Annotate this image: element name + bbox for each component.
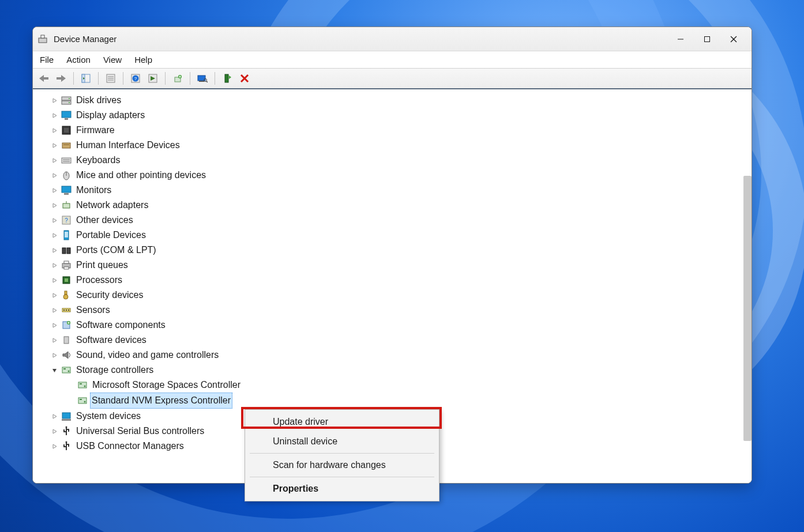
context-menu-item[interactable]: Update driver [246,412,438,432]
show-hide-tree-button[interactable] [78,71,93,86]
chevron-right-icon[interactable] [49,143,59,148]
svg-point-89 [68,371,70,372]
vertical-scrollbar[interactable] [743,176,752,441]
chevron-right-icon[interactable] [49,323,59,328]
tree-item[interactable]: Sound, video and game controllers [49,348,752,363]
help-button[interactable]: ? [128,71,143,86]
chevron-right-icon[interactable] [49,338,59,343]
chevron-right-icon[interactable] [49,98,59,103]
update-driver-button[interactable] [170,71,185,86]
tree-item[interactable]: Print queues [49,258,752,273]
enable-device-button[interactable] [220,71,235,86]
chevron-right-icon[interactable] [49,188,59,193]
svg-rect-53 [63,203,70,208]
tree-item[interactable]: Microsoft Storage Spaces Controller [65,378,752,393]
tree-item-label: Disk drives [76,93,122,108]
tree-item[interactable]: Monitors [49,183,752,198]
context-menu-item[interactable]: Uninstall device [246,432,438,451]
svg-rect-38 [64,128,69,133]
context-menu-item[interactable]: Properties [246,479,438,499]
svg-rect-51 [64,193,69,195]
forward-button[interactable] [54,71,69,86]
tree-item[interactable]: Human Interface Devices [49,138,752,153]
tree-item[interactable]: Firmware [49,123,752,138]
chevron-right-icon[interactable] [49,444,59,449]
keyboard-icon [61,154,72,166]
storage-icon [77,379,88,391]
other-icon: ? [61,214,72,226]
tree-item[interactable]: Software components [49,318,752,333]
chevron-right-icon[interactable] [49,263,59,268]
tree-item[interactable]: Network adapters [49,198,752,213]
svg-marker-55 [53,218,57,222]
chevron-right-icon[interactable] [49,203,59,208]
tree-item[interactable]: ?Other devices [49,213,752,228]
chevron-right-icon[interactable] [49,414,59,419]
chevron-right-icon[interactable] [49,278,59,283]
svg-rect-0 [39,38,47,43]
tree-item[interactable]: Ports (COM & LPT) [49,243,752,258]
tree-item-label: Network adapters [76,198,149,213]
tree-item-label: Keyboards [76,153,121,168]
disk-icon [61,95,72,106]
tree-item[interactable]: Security devices [49,288,752,303]
svg-rect-91 [80,383,82,384]
tree-item[interactable]: Keyboards [49,153,752,168]
menu-view[interactable]: View [103,52,129,67]
show-hidden-button[interactable] [145,71,160,86]
chevron-right-icon[interactable] [49,293,59,298]
swdev-icon [61,334,72,346]
swcomp-icon [61,319,72,331]
chevron-right-icon[interactable] [49,158,59,163]
tree-item-label: Portable Devices [76,228,146,243]
svg-marker-96 [53,414,57,418]
context-menu-separator [250,477,434,477]
scan-hardware-button[interactable] [195,71,210,86]
chevron-right-icon[interactable] [49,113,59,118]
tree-item[interactable]: Sensors [49,303,752,318]
chevron-right-icon[interactable] [49,218,59,223]
tree-item[interactable]: Disk drives [49,93,752,108]
chevron-right-icon[interactable] [49,128,59,133]
chevron-down-icon[interactable] [49,368,59,373]
svg-rect-67 [64,267,69,269]
svg-rect-77 [66,310,67,311]
back-button[interactable] [36,71,51,86]
context-menu-item[interactable]: Scan for hardware changes [246,455,438,475]
tree-item[interactable]: Standard NVM Express Controller [65,393,752,409]
uninstall-device-button[interactable] [237,71,252,86]
close-button[interactable] [720,30,747,48]
ports-icon [61,244,72,256]
tree-item[interactable]: Mice and other pointing devices [49,168,752,183]
svg-rect-90 [78,382,87,388]
tree-item-label: Storage controllers [76,363,154,378]
maximize-button[interactable] [694,30,720,48]
svg-line-23 [206,81,208,82]
menu-action[interactable]: Action [66,52,97,67]
svg-marker-86 [52,369,57,372]
svg-text:?: ? [134,76,137,81]
tree-item-label: Processors [76,273,123,288]
properties-button[interactable] [103,71,118,86]
menu-help[interactable]: Help [134,52,159,67]
svg-point-100 [66,427,67,428]
tree-item[interactable]: Software devices [49,333,752,348]
tree-item[interactable]: Processors [49,273,752,288]
tree-item[interactable]: Portable Devices [49,228,752,243]
tree-item-label: Display adapters [76,108,145,123]
storage-icon [77,395,88,406]
chevron-right-icon[interactable] [49,429,59,434]
svg-rect-88 [63,368,66,369]
minimize-button[interactable] [667,30,694,48]
chevron-right-icon[interactable] [49,248,59,253]
menu-file[interactable]: File [39,52,61,67]
chevron-right-icon[interactable] [49,233,59,238]
titlebar[interactable]: Device Manager [33,27,752,51]
chevron-right-icon[interactable] [49,173,59,178]
tree-item[interactable]: Display adapters [49,108,752,123]
tree-item-label: Software devices [76,333,147,348]
svg-rect-94 [80,399,82,400]
chevron-right-icon[interactable] [49,353,59,358]
chevron-right-icon[interactable] [49,308,59,313]
tree-item[interactable]: Storage controllers [49,363,752,378]
